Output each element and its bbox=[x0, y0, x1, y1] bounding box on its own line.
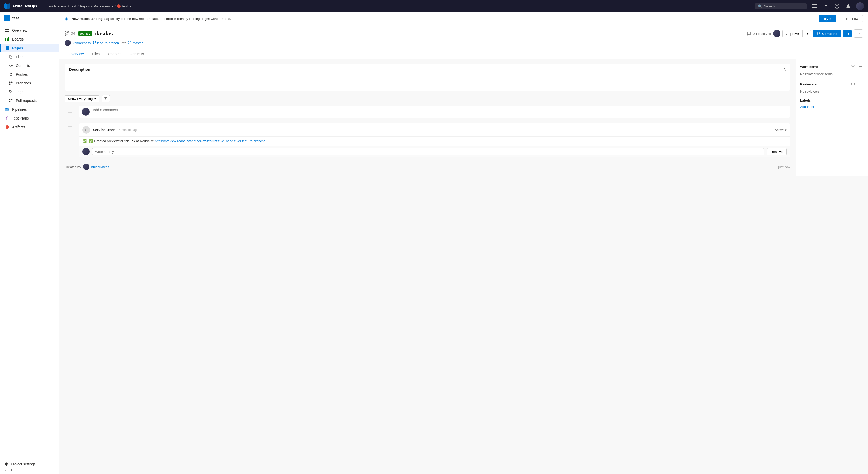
sidebar-item-commits[interactable]: Commits bbox=[0, 61, 59, 70]
complete-button[interactable]: Complete bbox=[813, 30, 841, 37]
project-badge: T bbox=[4, 15, 10, 21]
main-content: ⊕ New Repos landing pages: Try out the n… bbox=[59, 12, 868, 474]
pr-meta: knidarkness feature-branch into master bbox=[65, 40, 863, 46]
sidebar-item-artifacts[interactable]: Artifacts bbox=[0, 123, 59, 131]
complete-dropdown-button[interactable]: | ▾ bbox=[843, 30, 851, 37]
work-items-add-button[interactable] bbox=[858, 64, 864, 70]
pr-header: 24 ACTIVE dasdas 0/1 resolved Approve ▾ bbox=[59, 25, 868, 59]
sidebar-item-branches[interactable]: Branches bbox=[0, 79, 59, 88]
search-bar[interactable]: 🔍 Search bbox=[755, 3, 807, 9]
app-logo[interactable]: Azure DevOps bbox=[4, 3, 45, 9]
user-avatar[interactable] bbox=[856, 2, 864, 10]
sidebar-item-repos[interactable]: Repos bbox=[0, 44, 59, 53]
reply-input[interactable] bbox=[92, 148, 764, 155]
description-collapse-button[interactable]: ∧ bbox=[783, 67, 786, 72]
breadcrumb-org[interactable]: knidarkness bbox=[49, 4, 66, 8]
svg-rect-12 bbox=[8, 37, 9, 41]
add-project-button[interactable]: ＋ bbox=[49, 15, 55, 21]
reviewer-avatar bbox=[773, 30, 780, 37]
app-name: Azure DevOps bbox=[12, 4, 37, 8]
checkmark-icon: ✅ bbox=[83, 139, 87, 143]
svg-rect-11 bbox=[7, 38, 8, 41]
tab-overview[interactable]: Overview bbox=[65, 49, 88, 59]
sidebar-item-test-plans[interactable]: Test Plans bbox=[0, 114, 59, 123]
svg-point-28 bbox=[93, 41, 94, 42]
source-branch[interactable]: feature-branch bbox=[93, 41, 119, 45]
reviewers-header: Reviewers bbox=[800, 81, 864, 87]
more-options-button[interactable]: ··· bbox=[854, 29, 863, 38]
sidebar-item-pipelines[interactable]: Pipelines bbox=[0, 105, 59, 114]
svg-rect-7 bbox=[7, 29, 9, 30]
breadcrumb-project[interactable]: test bbox=[70, 4, 76, 8]
sidebar-item-files-label: Files bbox=[16, 55, 24, 59]
tab-files[interactable]: Files bbox=[88, 49, 104, 59]
reviewers-add-button[interactable] bbox=[858, 81, 864, 87]
reviewers-email-button[interactable] bbox=[850, 81, 856, 87]
pull-requests-icon bbox=[8, 98, 13, 103]
project-initial: T bbox=[6, 16, 8, 20]
tags-icon bbox=[8, 90, 13, 94]
complete-dropdown-chevron: ▾ bbox=[847, 32, 849, 36]
sidebar-item-files[interactable]: Files bbox=[0, 53, 59, 61]
show-everything-button[interactable]: Show everything ▾ bbox=[65, 95, 99, 102]
work-items-actions bbox=[850, 64, 864, 70]
work-items-close-button[interactable] bbox=[850, 64, 856, 70]
project-settings-item[interactable]: Project settings bbox=[4, 460, 55, 468]
svg-rect-2 bbox=[812, 7, 816, 8]
comment-thread: S Service User 14 minutes ago Active ▾ bbox=[79, 123, 790, 158]
filter-icon-button[interactable] bbox=[101, 95, 110, 102]
description-title: Description bbox=[69, 67, 90, 71]
sidebar-item-tags[interactable]: Tags bbox=[0, 88, 59, 96]
svg-point-20 bbox=[9, 101, 10, 102]
description-card-header: Description ∧ bbox=[65, 64, 790, 75]
user-nav-icon[interactable] bbox=[845, 3, 852, 10]
comment-status-button[interactable]: Active ▾ bbox=[775, 128, 786, 132]
pr-merge-icon bbox=[65, 31, 69, 36]
branch-icon-2 bbox=[128, 41, 131, 44]
approve-button[interactable]: Approve bbox=[782, 30, 803, 37]
collapse-sidebar-button[interactable] bbox=[4, 468, 55, 472]
pr-title-row: 24 ACTIVE dasdas 0/1 resolved Approve ▾ bbox=[65, 29, 863, 38]
reviewers-actions bbox=[850, 81, 864, 87]
approve-dropdown-button[interactable]: ▾ bbox=[805, 30, 811, 37]
current-user-avatar bbox=[82, 108, 90, 116]
add-label-button[interactable]: Add label bbox=[800, 105, 814, 109]
sidebar-item-overview[interactable]: Overview bbox=[0, 26, 59, 35]
add-comment-input[interactable] bbox=[93, 108, 787, 112]
labels-section: Labels Add label bbox=[800, 99, 864, 109]
try-it-button[interactable]: Try it! bbox=[819, 15, 836, 22]
svg-point-17 bbox=[9, 83, 10, 85]
sidebar-item-pushes[interactable]: Pushes bbox=[0, 70, 59, 79]
breadcrumb-repos[interactable]: Repos bbox=[80, 4, 90, 8]
comments-section: Show everything ▾ bbox=[65, 95, 790, 172]
list-nav-icon[interactable] bbox=[811, 3, 818, 10]
svg-point-32 bbox=[128, 44, 129, 44]
sidebar-item-pull-requests-label: Pull requests bbox=[16, 99, 37, 103]
basket-nav-icon[interactable] bbox=[822, 3, 829, 10]
sidebar-item-pull-requests[interactable]: Pull requests bbox=[0, 96, 59, 105]
resolve-button[interactable]: Resolve bbox=[767, 148, 786, 155]
breadcrumb-sep-4: / bbox=[115, 4, 116, 8]
sidebar-item-pipelines-label: Pipelines bbox=[12, 107, 27, 111]
comment-header: S Service User 14 minutes ago Active ▾ bbox=[79, 124, 790, 137]
boards-icon bbox=[5, 37, 9, 41]
breadcrumb-repo-name[interactable]: test ▾ bbox=[117, 4, 131, 8]
tab-commits[interactable]: Commits bbox=[126, 49, 148, 59]
complete-merge-icon bbox=[817, 32, 820, 35]
breadcrumb-pull-requests[interactable]: Pull requests bbox=[94, 4, 113, 8]
branch-icon bbox=[93, 41, 96, 44]
comment-thread-item: S Service User 14 minutes ago Active ▾ bbox=[71, 123, 790, 158]
sidebar-header: T test ＋ bbox=[0, 12, 59, 24]
labels-header: Labels bbox=[800, 99, 864, 102]
target-branch[interactable]: master bbox=[128, 41, 143, 45]
not-now-button[interactable]: Not now bbox=[842, 15, 863, 23]
comment-link[interactable]: https://preview.redoc.ly/another-az-test… bbox=[155, 139, 265, 143]
tab-updates[interactable]: Updates bbox=[104, 49, 126, 59]
help-nav-icon[interactable]: ? bbox=[833, 3, 841, 10]
svg-point-18 bbox=[11, 81, 12, 82]
search-placeholder: Search bbox=[764, 4, 775, 8]
breadcrumb-repo-link[interactable]: test bbox=[122, 4, 128, 8]
sidebar-item-boards[interactable]: Boards bbox=[0, 35, 59, 44]
pr-author[interactable]: knidarkness bbox=[73, 41, 91, 45]
thread-dot bbox=[68, 123, 72, 158]
